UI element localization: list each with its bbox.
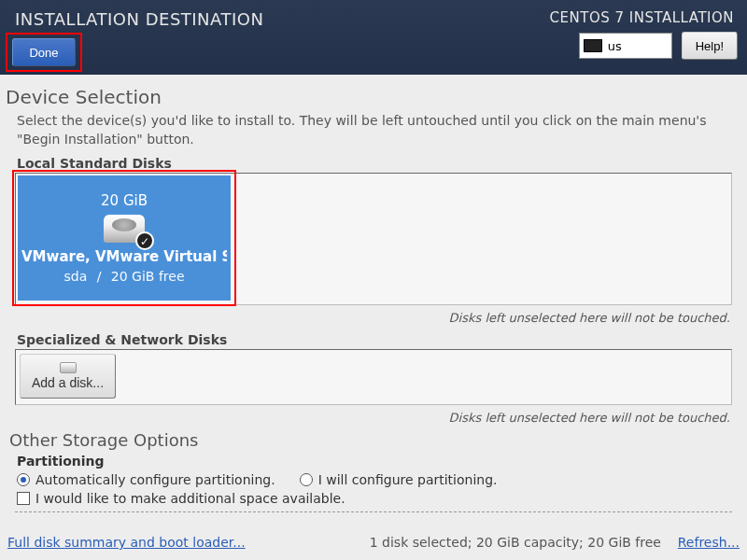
local-disks-hint: Disks left unselected here will not be t…	[6, 311, 730, 325]
network-disks-panel: Add a disk...	[15, 349, 732, 405]
done-button[interactable]: Done	[12, 38, 76, 66]
auto-partition-label: Automatically configure partitioning.	[35, 472, 275, 487]
manual-partition-label: I will configure partitioning.	[318, 472, 498, 487]
footer-status: 1 disk selected; 20 GiB capacity; 20 GiB…	[370, 535, 661, 550]
disk-icon-wrap: ✓	[104, 213, 145, 245]
radio-checked-icon	[17, 473, 30, 486]
manual-partition-radio[interactable]: I will configure partitioning.	[300, 472, 498, 487]
disk-capacity: 20 GiB	[101, 192, 148, 209]
disk-device: sda	[63, 269, 87, 284]
disk-selected-check-icon: ✓	[135, 231, 154, 250]
make-space-checkbox[interactable]: I would like to make additional space av…	[17, 491, 741, 506]
network-disks-hint: Disks left unselected here will not be t…	[6, 411, 730, 425]
partitioning-label: Partitioning	[17, 454, 741, 469]
disk-free: 20 GiB free	[111, 269, 185, 284]
add-disk-button[interactable]: Add a disk...	[20, 354, 116, 399]
installer-title: CENTOS 7 INSTALLATION	[550, 6, 738, 26]
radio-unchecked-icon	[300, 473, 313, 486]
done-highlight: Done	[6, 33, 82, 72]
disk-highlight: 20 GiB ✓ VMware, VMware Virtual S sda / …	[12, 170, 236, 306]
device-selection-description: Select the device(s) you'd like to insta…	[17, 112, 741, 148]
local-disks-heading: Local Standard Disks	[17, 156, 741, 171]
disk-model: VMware, VMware Virtual S	[21, 248, 227, 265]
other-storage-heading: Other Storage Options	[9, 430, 741, 450]
help-button[interactable]: Help!	[682, 32, 738, 60]
refresh-link[interactable]: Refresh...	[678, 535, 740, 550]
auto-partition-radio[interactable]: Automatically configure partitioning.	[17, 472, 275, 487]
divider	[15, 511, 732, 512]
disk-summary-link[interactable]: Full disk summary and boot loader...	[7, 535, 246, 550]
disk-item[interactable]: 20 GiB ✓ VMware, VMware Virtual S sda / …	[18, 175, 231, 301]
keyboard-layout-label: us	[608, 39, 622, 53]
keyboard-icon	[584, 39, 602, 52]
keyboard-layout-selector[interactable]: us	[579, 33, 672, 59]
disk-info: sda / 20 GiB free	[63, 269, 184, 284]
local-disks-panel: 20 GiB ✓ VMware, VMware Virtual S sda / …	[15, 173, 732, 305]
add-disk-label: Add a disk...	[32, 375, 104, 390]
make-space-label: I would like to make additional space av…	[35, 491, 345, 506]
page-title: INSTALLATION DESTINATION	[6, 6, 263, 29]
harddrive-small-icon	[60, 362, 77, 373]
checkbox-unchecked-icon	[17, 492, 30, 505]
device-selection-heading: Device Selection	[6, 86, 741, 108]
network-disks-heading: Specialized & Network Disks	[17, 332, 741, 347]
